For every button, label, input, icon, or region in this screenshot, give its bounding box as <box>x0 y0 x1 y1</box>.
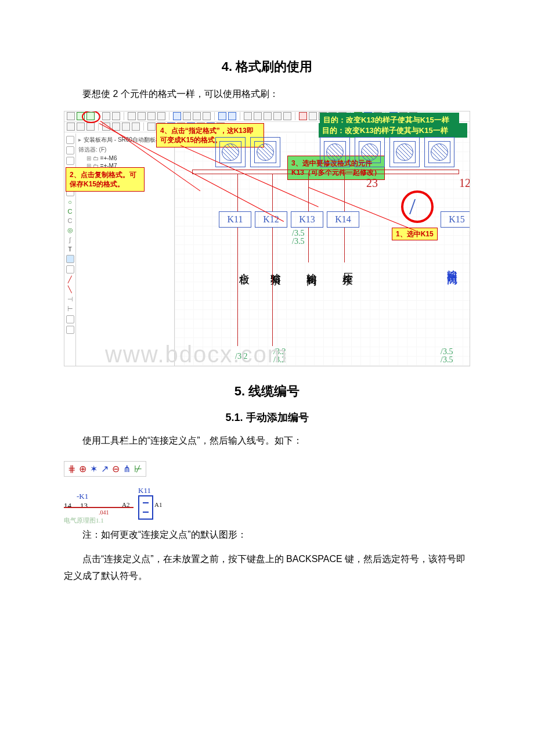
component-block[interactable] <box>320 137 350 167</box>
num-3-5r2: /3.5 <box>441 355 453 365</box>
toolbar-icon[interactable] <box>309 112 317 120</box>
grid-icon[interactable] <box>273 112 282 120</box>
grid-icon[interactable] <box>244 112 252 120</box>
component-block[interactable] <box>389 137 420 167</box>
wire <box>272 174 273 211</box>
toolbar-icon[interactable] <box>157 112 165 120</box>
nav-back-icon[interactable] <box>218 112 226 120</box>
tool-icon[interactable]: ⊕ <box>79 463 86 474</box>
procedure-text: 点击“连接定义点”，在未放置之前，按下键盘上的 BACKSPACE 键，然后选定… <box>64 551 470 585</box>
toolbar-icon[interactable] <box>77 123 85 131</box>
footer-label: 电气原理图1.1 <box>64 516 104 525</box>
palette-tool[interactable] <box>66 315 74 323</box>
bus-wire <box>192 170 459 174</box>
section-5-title: 5. 线缆编号 <box>64 383 470 400</box>
wire <box>272 228 273 346</box>
component-k15[interactable]: K15 <box>441 211 470 228</box>
zoom-in-icon[interactable] <box>193 112 201 120</box>
component-block[interactable] <box>355 137 385 167</box>
note-label: 注：如何更改“连接定义点”的默认图形： <box>64 527 470 543</box>
tool-icon[interactable]: ⊖ <box>112 463 120 474</box>
toolbar-icon[interactable] <box>138 112 146 120</box>
toolbar-icon[interactable] <box>147 112 156 120</box>
palette-tool-image[interactable] <box>66 255 74 263</box>
label-k1: -K1 <box>77 492 88 501</box>
label-13: 13 <box>80 501 88 510</box>
highlight-circle-k15 <box>401 190 434 223</box>
connection-point-toolbar: ⋕ ⊕ ✶ ↗ ⊖ ⋔ ⊬ <box>64 461 146 477</box>
coil-symbol <box>138 495 153 520</box>
palette-tool-circle[interactable]: ○ <box>68 199 72 206</box>
palette-tool-dim[interactable]: ⊣ <box>67 296 73 303</box>
tool-icon[interactable]: ↗ <box>101 463 109 474</box>
label-heban: 合板 <box>237 265 251 267</box>
wire <box>308 174 309 211</box>
palette-tool-c[interactable]: C <box>68 208 73 215</box>
label-041: .041 <box>99 509 109 516</box>
grid-icon[interactable] <box>264 112 272 120</box>
figure-format-painter: ○ C C ◎ ∫ T ╱ ╲ ⊣ ⊢ 安装板布局 - SR60自动翻板机… 筛… <box>64 111 470 366</box>
toolbar-icon[interactable] <box>132 123 140 131</box>
redo-icon[interactable] <box>112 112 120 120</box>
toolbar-icon[interactable] <box>86 123 95 131</box>
num-23: 23 <box>366 177 378 190</box>
palette-tool-target[interactable]: ◎ <box>67 226 73 234</box>
tool-icon[interactable]: ⋔ <box>123 463 131 474</box>
refresh-icon[interactable] <box>173 112 181 120</box>
tool-icon[interactable]: ✶ <box>90 463 98 474</box>
nav-fwd-icon[interactable] <box>228 112 236 120</box>
grid-icon[interactable] <box>254 112 262 120</box>
wire <box>344 228 345 262</box>
section-4-intro: 要想使 2 个元件的格式一样，可以使用格式刷： <box>64 86 470 103</box>
palette-tool-c2[interactable]: C <box>68 217 73 224</box>
watermark: www.bdocx.com <box>105 341 288 366</box>
zoom-out-icon[interactable] <box>203 112 211 120</box>
toolbar-icon[interactable] <box>299 112 307 120</box>
slash-glyph: / <box>409 193 416 220</box>
label-huiliu: 输料回流阀 <box>445 261 459 267</box>
undo-icon[interactable] <box>102 112 110 120</box>
toolbar-icon[interactable] <box>128 112 136 120</box>
toolbar-icon[interactable] <box>122 123 130 131</box>
section-5-1-intro: 使用工具栏上的“连接定义点”，然后输入线号。如下： <box>64 433 470 449</box>
palette-tool[interactable] <box>66 326 74 334</box>
toolbar-icon[interactable] <box>67 123 75 131</box>
highlight-circle-toolbar <box>82 111 100 123</box>
palette-tool-line[interactable]: ╱ <box>68 276 72 283</box>
wire <box>308 228 309 262</box>
palette-tool[interactable] <box>66 157 74 165</box>
palette-tool[interactable] <box>66 146 74 154</box>
label-yazha: 压榨泵 <box>341 265 355 268</box>
label-a2: A2 <box>122 501 129 508</box>
num-3-5b: /3.5 <box>292 237 304 246</box>
toolbar-icon[interactable] <box>147 123 156 131</box>
palette-tool-text[interactable]: T <box>68 246 72 253</box>
component-k11[interactable]: K11 <box>219 211 251 228</box>
palette-tool[interactable] <box>66 136 74 144</box>
label-a1: A1 <box>154 501 162 508</box>
component-k14[interactable]: K14 <box>327 211 359 228</box>
grid-icon[interactable] <box>283 112 291 120</box>
zoom-100-icon[interactable] <box>183 112 191 120</box>
wire <box>237 174 238 211</box>
component-block[interactable] <box>424 137 454 167</box>
toolbar-icon[interactable] <box>67 112 75 120</box>
component-k12[interactable]: K12 <box>255 211 287 228</box>
num-12: 12 <box>459 177 470 190</box>
component-k13[interactable]: K13 <box>291 211 323 228</box>
tool-icon[interactable]: ⊬ <box>134 463 142 474</box>
palette-tool-line2[interactable]: ╲ <box>68 286 72 293</box>
callout-purpose: 目的：改变K13的样子使其与K15一样 <box>319 123 467 138</box>
palette-tool-curve[interactable]: ∫ <box>69 236 71 243</box>
component-block[interactable] <box>250 137 280 167</box>
tool-icon[interactable]: ⋕ <box>68 463 75 474</box>
label-shuliaofa: 输料阀 <box>305 265 319 268</box>
section-5-1-title: 5.1. 手动添加编号 <box>64 411 470 424</box>
section-4-title: 4. 格式刷的使用 <box>64 58 470 75</box>
callout-step-4: 4、点击“指定格式”，这K13即可变成K15的格式。 <box>156 123 264 147</box>
wire <box>344 174 345 211</box>
label-shuliaopump: 输料泵 <box>269 265 283 268</box>
palette-tool-dim2[interactable]: ⊢ <box>67 305 73 313</box>
label-14: 14 <box>64 501 71 510</box>
palette-tool[interactable] <box>66 265 74 273</box>
